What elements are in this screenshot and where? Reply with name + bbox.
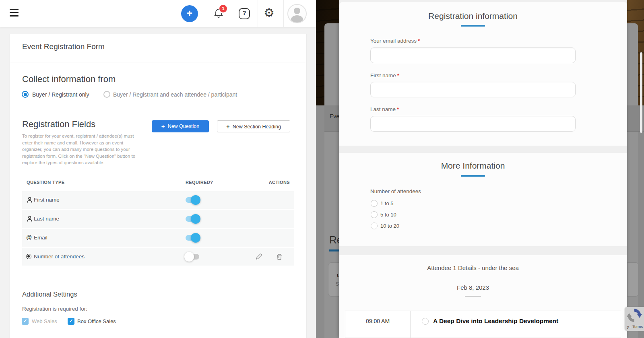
buyer-only-radio[interactable] <box>22 91 29 98</box>
section-title: Registration information <box>370 11 576 21</box>
recaptcha-badge[interactable]: y - Terms <box>625 307 644 331</box>
divider <box>283 0 284 27</box>
buyer-and-attendee-radio[interactable] <box>103 91 110 98</box>
more-information-section: More Information Number of attendees 1 t… <box>339 153 627 246</box>
email-label: Your email address* <box>370 38 420 44</box>
attendees-option-label[interactable]: 10 to 20 <box>380 223 399 229</box>
event-date: Feb 8, 2023 <box>370 284 576 291</box>
page-title: Event Registration Form <box>22 42 105 51</box>
registration-heading-clipped: Re <box>329 234 339 246</box>
admin-panel: 1 Event Registration Form Collect inform… <box>0 0 316 338</box>
event-tab-bar: Eve <box>324 105 339 132</box>
session-time: 09:00 AM <box>345 318 410 324</box>
attendees-option-radio[interactable] <box>371 211 378 218</box>
additional-settings-heading: Additional Settings <box>22 291 77 298</box>
required-asterisk: * <box>397 106 399 112</box>
attendees-option-label[interactable]: 1 to 5 <box>380 200 394 206</box>
top-bar: 1 <box>0 0 316 27</box>
event-session-card-left-edge: under the sea Sessions <box>328 262 339 297</box>
notification-badge: 1 <box>219 4 228 13</box>
page-scrollbar-thumb[interactable] <box>640 52 642 133</box>
table-row-email: @ Email <box>22 229 294 247</box>
delete-icon[interactable] <box>276 253 283 262</box>
recaptcha-icon <box>627 308 642 323</box>
required-asterisk: * <box>397 72 399 78</box>
web-sales-label[interactable]: Web Sales <box>32 318 57 324</box>
required-toggle[interactable] <box>186 197 199 203</box>
at-icon: @ <box>26 234 32 241</box>
registration-heading-underline <box>329 249 339 251</box>
last-name-label: Last name* <box>370 106 399 112</box>
registration-preview-modal: Registration information Your email addr… <box>339 0 627 338</box>
first-name-label: First name* <box>370 72 399 78</box>
menu-icon[interactable] <box>10 9 19 18</box>
session-card-subtitle-clipped: Sessions <box>336 281 339 287</box>
column-header-actions: ACTIONS <box>266 180 290 185</box>
divider <box>207 0 207 27</box>
attendees-question-label: Number of attendees <box>370 188 421 194</box>
attendees-option-radio[interactable] <box>371 200 378 207</box>
person-icon <box>27 197 33 205</box>
required-toggle[interactable] <box>186 235 199 241</box>
add-button[interactable] <box>181 5 198 22</box>
email-field[interactable] <box>370 47 576 63</box>
person-icon <box>27 216 33 224</box>
session-select-radio[interactable] <box>422 318 429 325</box>
event-tab-label-clipped: Eve <box>330 113 339 120</box>
required-toggle[interactable] <box>186 254 199 260</box>
attendees-option-label[interactable]: 5 to 10 <box>380 212 396 218</box>
registration-fields-heading: Registration Fields <box>22 119 95 130</box>
edit-icon[interactable] <box>255 253 262 262</box>
registration-required-for-label: Registration is required for: <box>22 306 87 312</box>
registration-fields-description: To register for your event, registrant /… <box>22 133 143 166</box>
session-row: 09:00 AM A Deep Dive into Leadership Dev… <box>345 311 621 338</box>
column-header-question-type: QUESTION TYPE <box>27 180 64 185</box>
screen: Eve Re under the sea Sessions y - Terms … <box>0 0 644 338</box>
buyer-and-attendee-label[interactable]: Buyer / Registrant and each attendee / p… <box>113 91 237 98</box>
date-divider <box>465 296 481 297</box>
box-office-sales-label[interactable]: Box Office Sales <box>77 318 116 324</box>
collect-info-heading: Collect information from <box>22 74 116 84</box>
required-toggle[interactable] <box>186 216 199 222</box>
table-row-number-of-attendees: Number of attendees <box>22 248 294 266</box>
new-section-heading-button[interactable]: New Section Heading <box>217 120 290 132</box>
attendee-details-title: Attendee 1 Details - under the sea <box>370 264 576 271</box>
new-question-button[interactable]: New Question <box>152 120 209 132</box>
radio-circle-icon <box>26 254 31 259</box>
section-title-underline <box>461 25 485 27</box>
session-time-cell: 09:00 AM <box>345 311 411 338</box>
question-type-label: Last name <box>34 216 59 222</box>
box-office-sales-checkbox[interactable] <box>68 318 74 325</box>
gear-icon[interactable] <box>264 6 275 20</box>
table-row-last-name: Last name <box>22 210 294 228</box>
required-asterisk: * <box>418 38 420 44</box>
avatar[interactable] <box>287 4 307 23</box>
column-header-required: REQUIRED? <box>186 180 213 185</box>
buyer-only-label[interactable]: Buyer / Registrant only <box>32 91 89 98</box>
help-icon[interactable] <box>239 8 250 19</box>
web-sales-checkbox[interactable] <box>22 318 29 325</box>
divider <box>258 0 258 27</box>
event-session-card-right-edge <box>627 262 639 297</box>
question-type-label: Email <box>34 235 47 241</box>
question-type-label: First name <box>34 197 60 203</box>
first-name-field[interactable] <box>370 82 576 97</box>
section-title-underline <box>461 175 485 177</box>
attendees-option-radio[interactable] <box>371 223 378 229</box>
attendee-details-section: Attendee 1 Details - under the sea Feb 8… <box>339 255 627 338</box>
section-title: More Information <box>370 161 576 171</box>
divider <box>10 62 305 62</box>
event-page-background <box>638 105 644 338</box>
question-type-label: Number of attendees <box>34 254 85 260</box>
registration-info-section: Registration information Your email addr… <box>339 2 627 146</box>
last-name-field[interactable] <box>370 116 576 132</box>
recaptcha-terms-clipped: y - Terms <box>625 324 643 329</box>
divider <box>232 0 232 27</box>
table-row-first-name: First name <box>22 191 294 209</box>
session-title: A Deep Dive into Leadership Development <box>433 317 558 325</box>
